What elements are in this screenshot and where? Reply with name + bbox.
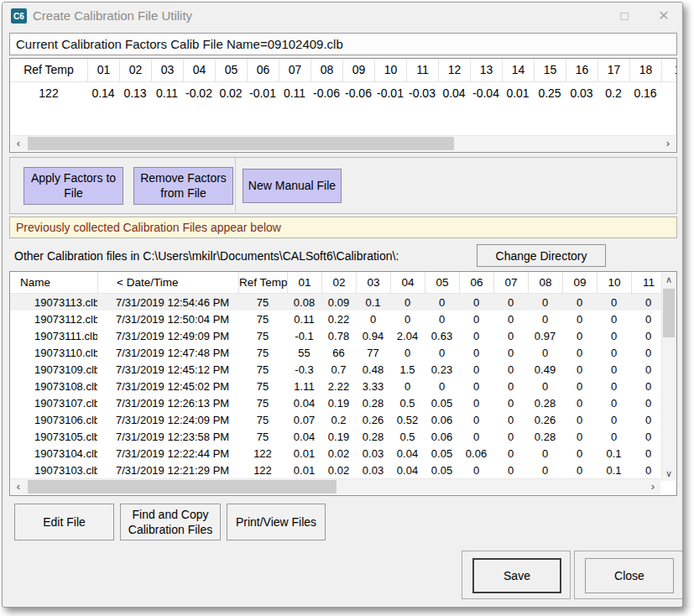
maximize-button[interactable]: □: [613, 6, 635, 26]
files-column-header[interactable]: 08: [528, 272, 562, 294]
factor-value: 0.11: [151, 82, 183, 104]
files-column-header[interactable]: 04: [390, 272, 425, 294]
file-row[interactable]: 19073107.clb7/31/2019 12:26:13 PM750.040…: [10, 394, 662, 411]
change-directory-button[interactable]: Change Directory: [477, 244, 606, 267]
factor-cell: 0: [562, 414, 597, 426]
files-vertical-scrollbar[interactable]: ∧ ∨: [661, 273, 676, 481]
scrollbar-thumb[interactable]: [28, 137, 454, 150]
factor-cell: 0: [459, 397, 493, 410]
factor-cell: 0: [562, 380, 597, 393]
scroll-left-icon[interactable]: ‹: [11, 136, 26, 151]
file-datetime-cell: 7/31/2019 12:45:02 PM: [97, 380, 238, 393]
file-row[interactable]: 19073111.clb7/31/2019 12:49:09 PM75-0.10…: [10, 327, 662, 344]
files-column-header[interactable]: 03: [356, 272, 390, 294]
factor-cell: 0: [528, 313, 562, 326]
factor-cell: 0: [390, 380, 425, 393]
factor-cell: 0: [631, 464, 665, 477]
edit-file-button[interactable]: Edit File: [14, 504, 114, 540]
scroll-right-icon[interactable]: ›: [660, 136, 676, 151]
factor-cell: 0: [631, 397, 665, 410]
column-header: 12: [438, 59, 470, 81]
file-name-cell: 19073110.clb: [10, 347, 97, 359]
file-name-cell: 19073104.clb: [10, 447, 97, 460]
file-datetime-cell: 7/31/2019 12:21:29 PM: [97, 464, 238, 477]
save-button[interactable]: Save: [472, 558, 561, 593]
column-header: 03: [151, 59, 183, 81]
file-name-cell: 19073112.clb: [10, 313, 97, 326]
factor-cell: 0.63: [425, 330, 459, 342]
factor-cell: 0.22: [321, 313, 356, 326]
scroll-left-icon[interactable]: ‹: [11, 479, 26, 494]
file-datetime-cell: 7/31/2019 12:26:13 PM: [97, 397, 238, 410]
close-icon[interactable]: ×: [652, 4, 676, 26]
factor-cell: 0.02: [321, 447, 356, 460]
files-header-row: Name< Date/TimeRef Temp01020304050607080…: [10, 272, 662, 294]
files-column-header[interactable]: 09: [562, 272, 597, 294]
file-name-cell: 19073106.clb: [10, 414, 97, 426]
scroll-down-icon[interactable]: ∨: [662, 467, 676, 481]
column-header: 17: [597, 59, 629, 81]
files-column-header[interactable]: 01: [287, 272, 321, 294]
files-column-header[interactable]: < Date/Time: [97, 272, 238, 294]
file-row[interactable]: 19073108.clb7/31/2019 12:45:02 PM751.112…: [10, 378, 662, 394]
factor-cell: 0.01: [287, 447, 321, 460]
files-column-header[interactable]: 02: [321, 272, 356, 294]
factor-value: 0.11: [279, 82, 310, 104]
file-row[interactable]: 19073105.clb7/31/2019 12:23:58 PM750.040…: [10, 428, 662, 445]
factor-cell: 0.05: [425, 464, 459, 477]
files-column-header[interactable]: 11: [631, 272, 665, 294]
file-row[interactable]: 19073113.clb7/31/2019 12:54:46 PM750.080…: [10, 294, 662, 311]
file-row[interactable]: 19073112.clb7/31/2019 12:50:04 PM750.110…: [10, 311, 662, 327]
print-view-files-button[interactable]: Print/View Files: [227, 504, 326, 540]
find-copy-calibration-files-button[interactable]: Find and Copy Calibration Files: [120, 504, 221, 540]
apply-factors-button[interactable]: Apply Factors to File: [23, 167, 123, 205]
factor-cell: 0: [459, 296, 493, 309]
factor-cell: 0: [459, 431, 493, 443]
scrollbar-thumb[interactable]: [663, 289, 675, 337]
factor-cell: 0.23: [425, 363, 459, 376]
new-manual-file-button[interactable]: New Manual File: [243, 169, 342, 203]
factor-cell: 0.03: [356, 464, 390, 477]
factor-cell: 0.26: [356, 414, 390, 426]
factor-cell: 2.22: [321, 380, 356, 393]
column-header: 09: [342, 59, 374, 81]
files-column-header[interactable]: Ref Temp: [238, 272, 287, 294]
factor-cell: 0.09: [321, 296, 356, 309]
ref-temp-cell: 122: [238, 464, 287, 477]
files-horizontal-scrollbar[interactable]: ‹ ›: [11, 478, 660, 494]
calibration-files-table: Name< Date/TimeRef Temp01020304050607080…: [9, 271, 677, 496]
file-row[interactable]: 19073104.clb7/31/2019 12:22:44 PM1220.01…: [10, 445, 662, 462]
remove-factors-button[interactable]: Remove Factors from File: [133, 167, 233, 205]
scroll-up-icon[interactable]: ∧: [662, 273, 676, 287]
column-header: 11: [406, 59, 438, 81]
factor-cell: 0.97: [528, 330, 562, 342]
files-column-header[interactable]: 06: [459, 272, 493, 294]
factor-cell: 0: [528, 347, 562, 359]
close-button[interactable]: Close: [585, 558, 674, 593]
file-row[interactable]: 19073103.clb7/31/2019 12:21:29 PM1220.01…: [10, 462, 662, 478]
file-row[interactable]: 19073106.clb7/31/2019 12:24:09 PM750.070…: [10, 411, 662, 428]
file-row[interactable]: 19073110.clb7/31/2019 12:47:48 PM7555667…: [10, 344, 662, 361]
factor-cell: 0.78: [321, 330, 356, 342]
column-header: 04: [183, 59, 215, 81]
factor-cell: 55: [287, 347, 321, 359]
scroll-right-icon[interactable]: ›: [645, 479, 660, 494]
factor-cell: 0: [528, 296, 562, 309]
factor-value: 0.25: [534, 82, 566, 104]
files-column-header[interactable]: 10: [597, 272, 631, 294]
column-header: 13: [470, 59, 502, 81]
column-header: 10: [374, 59, 406, 81]
factor-cell: 0.26: [528, 414, 562, 426]
files-column-header[interactable]: Name: [10, 272, 97, 294]
window-title: Create Calibration File Utility: [33, 8, 192, 23]
ref-temp-cell: 122: [238, 447, 287, 460]
files-column-header[interactable]: 07: [493, 272, 528, 294]
scrollbar-thumb[interactable]: [28, 480, 337, 493]
factors-horizontal-scrollbar[interactable]: ‹ ›: [11, 135, 676, 151]
files-column-header[interactable]: 05: [425, 272, 459, 294]
factor-value: -0.02: [183, 82, 215, 104]
factor-cell: 0: [528, 447, 562, 460]
factor-cell: -0.1: [287, 330, 321, 342]
titlebar[interactable]: C6 Create Calibration File Utility □ ×: [3, 3, 682, 29]
file-row[interactable]: 19073109.clb7/31/2019 12:45:12 PM75-0.30…: [10, 361, 662, 378]
